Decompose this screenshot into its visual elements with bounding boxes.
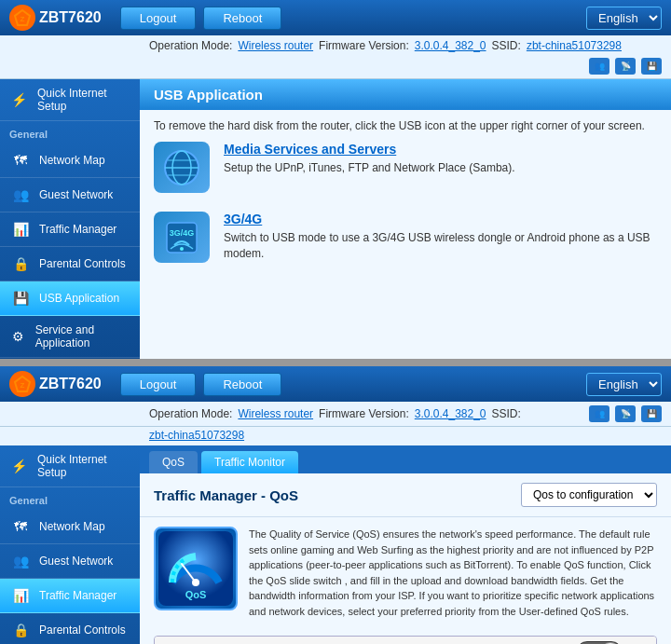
sidebar-item-quick-internet-setup[interactable]: ⚡ Quick Internet Setup bbox=[0, 79, 140, 121]
svg-text:Z: Z bbox=[21, 381, 25, 390]
smart-qos-bar: Enable Smart QoS OFF bbox=[154, 636, 657, 644]
usb-items: Media Services and Servers Setup the UPn… bbox=[140, 142, 671, 291]
quick-icon2: ⚡ bbox=[9, 457, 30, 475]
3g4g-link[interactable]: 3G/4G bbox=[224, 212, 657, 226]
router-icon: 📡 bbox=[615, 58, 636, 75]
fw-label: Firmware Version: bbox=[319, 39, 409, 52]
sidebar2-section-general: General bbox=[0, 487, 140, 510]
logo-icon2: Z bbox=[9, 371, 35, 397]
panel1: Z ZBT7620 Logout Reboot English Operatio… bbox=[0, 0, 671, 359]
language-select2[interactable]: English bbox=[586, 373, 662, 396]
traffic-manager-icon2: 📊 bbox=[9, 586, 32, 605]
info-bar2: Operation Mode: Wireless router Firmware… bbox=[0, 402, 671, 427]
panel2: Z ZBT7620 Logout Reboot English Operatio… bbox=[0, 366, 671, 644]
logo2: Z ZBT7620 bbox=[9, 371, 120, 397]
sidebar2-item-parental-controls[interactable]: 🔒 Parental Controls bbox=[0, 613, 140, 644]
sidebar2-item-network-map[interactable]: 🗺 Network Map bbox=[0, 510, 140, 544]
users-icon2: 👥 bbox=[589, 405, 609, 422]
users-icon: 👥 bbox=[589, 58, 609, 75]
media-services-link[interactable]: Media Services and Servers bbox=[224, 142, 515, 157]
sidebar2-label-quick: Quick Internet Setup bbox=[37, 453, 130, 479]
sidebar2-item-quick[interactable]: ⚡ Quick Internet Setup bbox=[0, 445, 140, 487]
usb-icon[interactable]: 💾 bbox=[641, 58, 662, 75]
fw-value[interactable]: 3.0.0.4_382_0 bbox=[415, 39, 486, 52]
info-bar: Operation Mode: Wireless router Firmware… bbox=[0, 35, 671, 79]
reboot-button2[interactable]: Reboot bbox=[203, 373, 281, 396]
brand-name: ZBT7620 bbox=[39, 9, 102, 26]
info-icons2: 👥 📡 💾 bbox=[589, 405, 662, 422]
sidebar-label-traffic-manager: Traffic Manager bbox=[39, 223, 116, 236]
sidebar2-item-guest-network[interactable]: 👥 Guest Network bbox=[0, 544, 140, 579]
main-layout: ⚡ Quick Internet Setup General 🗺 Network… bbox=[0, 79, 671, 359]
content-description: To remove the hard disk from the router,… bbox=[140, 110, 671, 142]
config-dropdown[interactable]: Qos to configuration bbox=[521, 483, 657, 507]
sidebar-item-usb-application[interactable]: 💾 USB Application bbox=[0, 281, 140, 316]
logo: Z ZBT7620 bbox=[9, 5, 120, 31]
sidebar-item-guest-network[interactable]: 👥 Guest Network bbox=[0, 178, 140, 212]
sidebar-section-general: General bbox=[0, 121, 140, 144]
ssid-value2[interactable]: zbt-china51073298 bbox=[149, 429, 244, 442]
media-services-desc: Setup the UPnP, iTunes, FTP and Network … bbox=[224, 160, 515, 176]
qos-icon: QoS bbox=[154, 527, 238, 610]
3g4g-text: 3G/4G Switch to USB mode to use a 3G/4G … bbox=[224, 212, 657, 262]
3g4g-desc: Switch to USB mode to use a 3G/4G USB wi… bbox=[224, 230, 657, 262]
op-mode-value2[interactable]: Wireless router bbox=[238, 407, 313, 420]
guest-network-icon: 👥 bbox=[9, 185, 32, 204]
content-title: USB Application bbox=[140, 79, 671, 110]
sidebar-label-network-map: Network Map bbox=[39, 154, 105, 167]
network-map-icon2: 🗺 bbox=[9, 517, 32, 536]
tm-description: The Quality of Service (QoS) ensures the… bbox=[249, 527, 657, 619]
header2: Z ZBT7620 Logout Reboot English bbox=[0, 366, 671, 402]
logout-button2[interactable]: Logout bbox=[120, 373, 197, 396]
quick-setup-icon: ⚡ bbox=[9, 90, 30, 109]
header: Z ZBT7620 Logout Reboot English bbox=[0, 0, 671, 35]
smart-qos-label: Enable Smart QoS bbox=[155, 637, 567, 644]
parental-controls-icon2: 🔒 bbox=[9, 621, 32, 639]
sidebar2-label-network-map: Network Map bbox=[39, 520, 105, 533]
panel-divider bbox=[0, 359, 671, 366]
media-services-text: Media Services and Servers Setup the UPn… bbox=[224, 142, 515, 176]
fw-value2[interactable]: 3.0.0.4_382_0 bbox=[415, 407, 486, 420]
sidebar-item-network-map[interactable]: 🗺 Network Map bbox=[0, 144, 140, 178]
fw-label2: Firmware Version: bbox=[319, 407, 409, 420]
sidebar-label-guest-network: Guest Network bbox=[39, 188, 113, 201]
sidebar2-label-traffic: Traffic Manager bbox=[39, 589, 116, 602]
sidebar2-item-traffic-manager[interactable]: 📊 Traffic Manager bbox=[0, 579, 140, 613]
ssid-label2: SSID: bbox=[492, 407, 521, 420]
sidebar-label-parental-controls: Parental Controls bbox=[39, 257, 126, 270]
tm-desc-text: The Quality of Service (QoS) ensures the… bbox=[249, 527, 657, 619]
sidebar2-label-parental: Parental Controls bbox=[39, 623, 126, 637]
reboot-button[interactable]: Reboot bbox=[203, 7, 281, 30]
svg-text:Z: Z bbox=[21, 15, 25, 23]
tab-traffic-monitor[interactable]: Traffic Monitor bbox=[201, 451, 298, 473]
sidebar-label-service: Service and Application bbox=[35, 323, 130, 349]
logo-icon: Z bbox=[9, 5, 35, 31]
sidebar-item-traffic-manager[interactable]: 📊 Traffic Manager bbox=[0, 212, 140, 247]
usb-item-media: Media Services and Servers Setup the UPn… bbox=[154, 142, 657, 193]
op-mode-label2: Operation Mode: bbox=[149, 407, 232, 420]
logout-button[interactable]: Logout bbox=[120, 7, 197, 30]
router-icon2: 📡 bbox=[615, 405, 636, 422]
tm-header: Traffic Manager - QoS Qos to configurati… bbox=[140, 473, 671, 517]
sidebar2-label-guest: Guest Network bbox=[39, 555, 113, 568]
sidebar-item-parental-controls[interactable]: 🔒 Parental Controls bbox=[0, 247, 140, 281]
usb-item-3g4g: 3G/4G 3G/4G Switch to USB mode to use a … bbox=[154, 212, 657, 263]
main-layout2: ⚡ Quick Internet Setup General 🗺 Network… bbox=[0, 445, 671, 644]
content: USB Application To remove the hard disk … bbox=[140, 79, 671, 359]
op-mode-value[interactable]: Wireless router bbox=[238, 39, 313, 52]
tab-qos[interactable]: QoS bbox=[149, 451, 198, 473]
ssid-value[interactable]: zbt-china51073298 bbox=[527, 39, 622, 52]
svg-point-14 bbox=[192, 579, 199, 586]
3g4g-icon: 3G/4G bbox=[154, 212, 210, 263]
usb-icon2[interactable]: 💾 bbox=[641, 405, 662, 422]
guest-network-icon2: 👥 bbox=[9, 552, 32, 570]
language-select[interactable]: English bbox=[586, 7, 662, 30]
ssid-label: SSID: bbox=[492, 39, 521, 52]
tabs: QoS Traffic Monitor bbox=[140, 445, 671, 473]
svg-text:QoS: QoS bbox=[185, 589, 207, 600]
sidebar-item-service-and-application[interactable]: ⚙ Service and Application bbox=[0, 316, 140, 358]
tm-body: QoS The Quality of Service (QoS) ensures… bbox=[140, 517, 671, 628]
parental-controls-icon: 🔒 bbox=[9, 254, 32, 273]
usb-app-icon: 💾 bbox=[9, 289, 32, 308]
service-icon: ⚙ bbox=[9, 327, 28, 346]
